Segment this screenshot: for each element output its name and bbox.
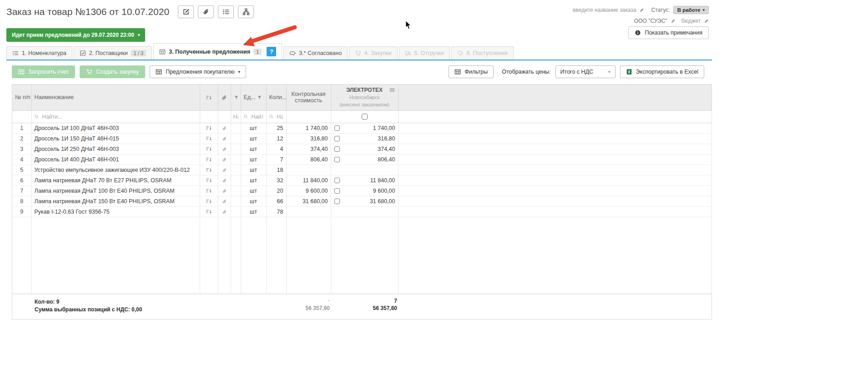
tab-nomenclature[interactable]: 1. Номенклатура (6, 46, 72, 60)
menu-icon[interactable] (389, 87, 395, 93)
col-header-supplier[interactable]: ЭЛЕКТРОТЕХ Новосибирск (внесено заказчик… (331, 85, 398, 110)
row-sort-button[interactable] (200, 175, 218, 185)
item-name: Дроссель 1И 400 ДНаТ 46Н-001 (31, 154, 200, 165)
item-unit: шт (241, 175, 266, 185)
row-sort-button[interactable] (200, 123, 218, 133)
offer-cell[interactable]: 806,40 (331, 154, 398, 165)
control-price: 374,40 (286, 144, 331, 154)
item-name: Дроссель 1И 250 ДНаТ 46Н-003 (31, 144, 200, 154)
table-row[interactable]: 3Дроссель 1И 250 ДНаТ 46Н-003шт4374,4037… (12, 144, 712, 154)
row-attach-button[interactable] (218, 165, 231, 175)
offer-cell[interactable] (331, 206, 398, 217)
export-excel-button[interactable]: Экспортировать в Excel (620, 65, 704, 78)
tab-received-offers[interactable]: 3. Полученные предложения 1 ? (153, 43, 282, 60)
qty-search-input[interactable] (276, 113, 284, 120)
offer-checkbox[interactable] (334, 188, 340, 194)
edit-order-button[interactable] (178, 5, 194, 18)
row-sort-button[interactable] (200, 196, 218, 206)
offer-cell[interactable]: 9 600,00 (331, 185, 398, 196)
row-attach-button[interactable] (218, 133, 231, 144)
filter-col-search[interactable]: Найти (233, 114, 238, 120)
offer-cell[interactable]: 11 840,00 (331, 175, 398, 185)
edit-icon (182, 8, 190, 15)
offer-checkbox[interactable] (334, 178, 340, 183)
row-attach-button[interactable] (218, 206, 231, 217)
table-row[interactable]: 9Рукав I-12-0,63 Гост 9356-75шт78 (12, 206, 712, 217)
item-name: Лампа натриевая ДНаТ 150 Вт Е40 PHILIPS,… (31, 196, 200, 206)
row-sort-button[interactable] (200, 185, 218, 196)
row-attach-button[interactable] (218, 175, 231, 185)
paperclip-icon (222, 147, 227, 152)
control-total: 56 357,60 (266, 304, 330, 312)
offer-checkbox[interactable] (334, 199, 340, 204)
row-attach-button[interactable] (218, 154, 231, 165)
caret-down-icon: ▾ (608, 70, 611, 74)
offer-cell[interactable]: 374,40 (331, 144, 398, 154)
list-icon (222, 8, 230, 15)
row-attach-button[interactable] (218, 123, 231, 133)
row-attach-button[interactable] (218, 196, 231, 206)
table-row[interactable]: 7Лампа натриевая ДНаТ 100 Вт Е40 PHILIPS… (12, 185, 712, 196)
order-name-placeholder[interactable]: введите название заказа (573, 7, 636, 13)
col-header-attachments[interactable] (218, 85, 231, 110)
row-attach-button[interactable] (218, 144, 231, 154)
col-header-filter[interactable] (231, 85, 241, 110)
name-search-input[interactable] (41, 113, 197, 120)
row-sort-button[interactable] (200, 206, 218, 217)
table-row[interactable]: 8Лампа натриевая ДНаТ 150 Вт Е40 PHILIPS… (12, 196, 712, 206)
offer-cell[interactable]: 31 680,00 (331, 196, 398, 206)
select-all-checkbox[interactable] (362, 114, 368, 120)
buyer-offers-dropdown[interactable]: Предложения покупателю ▾ (150, 65, 246, 78)
tab-approved[interactable]: 3.* Согласовано (283, 46, 348, 60)
check-square-icon (80, 50, 86, 56)
row-attach-button[interactable] (218, 185, 231, 196)
order-meta: введите название заказа Статус: В работе… (573, 6, 709, 28)
filters-button[interactable]: Фильтры (449, 65, 494, 78)
paperclip-icon (222, 136, 227, 141)
row-sort-button[interactable] (200, 154, 218, 165)
structure-button[interactable] (238, 5, 254, 18)
tab-bar: 1. Номенклатура 2. Поставщики 1 / 3 3. П… (6, 43, 712, 60)
row-sort-button[interactable] (200, 133, 218, 144)
offer-checkbox[interactable] (334, 136, 340, 141)
unit-search[interactable] (243, 113, 264, 120)
item-unit: шт (241, 206, 266, 217)
search-icon (243, 114, 248, 119)
col-header-unit[interactable]: Ед... (241, 85, 266, 110)
offer-cell[interactable]: 1 740,00 (331, 123, 398, 133)
table-row[interactable]: 2Дроссель 1И 150 ДНаТ 46Н-015шт12316,803… (12, 133, 712, 144)
offers-deadline-button[interactable]: Идет прием предложений до 29.07.2020 23:… (6, 28, 145, 42)
table-row[interactable]: 5Устройство импульсивное зажигающее ИЗУ … (12, 165, 712, 175)
tab-suppliers[interactable]: 2. Поставщики 1 / 3 (74, 46, 152, 60)
funnel-icon (234, 95, 239, 100)
name-search[interactable] (34, 113, 197, 120)
edit-name-icon[interactable] (639, 8, 644, 13)
status-dropdown[interactable]: В работе▾ (673, 6, 709, 14)
unit-search-input[interactable] (251, 113, 264, 120)
row-number: 2 (12, 133, 31, 144)
row-sort-button[interactable] (200, 165, 218, 175)
display-prices-select[interactable]: Итого с НДС ▾ (555, 65, 616, 78)
edit-org-icon[interactable] (671, 19, 676, 24)
offer-checkbox[interactable] (334, 146, 340, 152)
row-sort-button[interactable] (200, 144, 218, 154)
edit-budget-icon[interactable] (704, 19, 709, 24)
offer-cell[interactable]: 316,80 (331, 133, 398, 144)
qty-search[interactable] (269, 113, 284, 120)
col-header-sort[interactable] (200, 85, 218, 110)
attachments-button[interactable] (198, 5, 214, 18)
table-row[interactable]: 4Дроссель 1И 400 ДНаТ 46Н-001шт7806,4080… (12, 154, 712, 165)
col-header-qty[interactable]: Коли... (266, 85, 286, 110)
offer-checkbox[interactable] (334, 125, 340, 131)
offer-checkbox[interactable] (334, 157, 340, 162)
list-button[interactable] (218, 5, 234, 18)
item-qty: 20 (266, 185, 286, 196)
show-notes-button[interactable]: Показать примечания (628, 26, 709, 39)
item-qty: 7 (266, 154, 286, 165)
help-button[interactable]: ? (267, 47, 276, 56)
control-price: 11 840,00 (286, 175, 331, 185)
offer-cell[interactable] (331, 165, 398, 175)
item-name: Лампа натриевая ДНаТ 70 Вт Е27 PHILIPS, … (31, 175, 200, 185)
table-row[interactable]: 1Дроссель 1И 100 ДНаТ 46Н-003шт251 740,0… (12, 123, 712, 133)
table-row[interactable]: 6Лампа натриевая ДНаТ 70 Вт Е27 PHILIPS,… (12, 175, 712, 185)
